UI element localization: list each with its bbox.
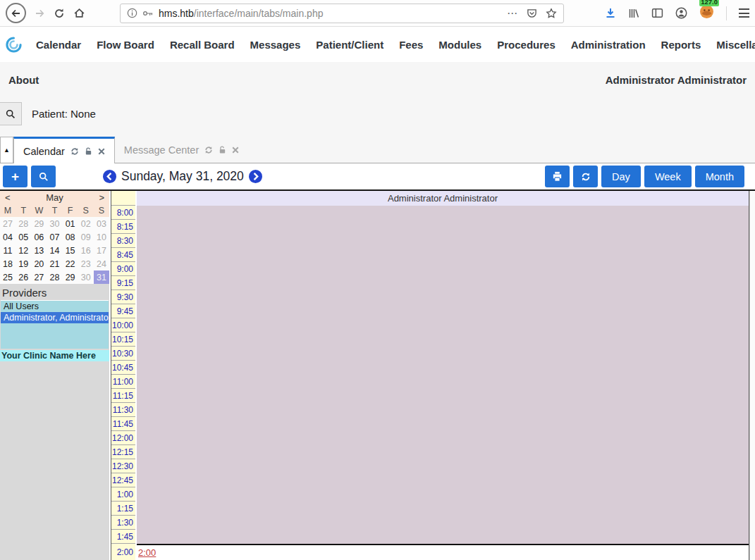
home-button[interactable] [69,4,89,23]
forward-button[interactable] [30,4,49,23]
nav-item-calendar[interactable]: Calendar [28,39,89,51]
tab-icon-wrap[interactable] [219,146,226,154]
mini-calendar-day-14[interactable]: 14 [47,244,62,257]
sidebar-toggle-icon[interactable] [651,7,663,19]
time-slot-12-00[interactable]: 12:00 [111,431,135,445]
time-slot-11-45[interactable]: 11:45 [111,417,135,431]
time-slot-8-15[interactable]: 8:15 [111,220,135,234]
next-day-button[interactable] [249,170,262,183]
tab-icon-wrap[interactable] [70,147,79,156]
providers-listbox[interactable]: All UsersAdministrator, Administrator [1,300,109,349]
day-view-button[interactable]: Day [601,166,641,187]
nav-item-procedures[interactable]: Procedures [489,39,563,51]
time-slot-1-45[interactable]: 1:45 [111,530,135,544]
time-slot-1-00[interactable]: 1:00 [111,487,135,502]
mini-calendar-day-19[interactable]: 19 [16,257,31,270]
page-actions-icon[interactable]: ⋯ [507,7,518,20]
mini-calendar-day-09[interactable]: 09 [78,230,94,244]
mini-calendar-day-13[interactable]: 13 [31,244,47,257]
nav-item-reports[interactable]: Reports [653,39,709,51]
nav-item-recall-board[interactable]: Recall Board [162,39,243,51]
time-slot-1-30[interactable]: 1:30 [111,516,135,530]
time-slot-9-30[interactable]: 9:30 [111,290,135,304]
previous-day-button[interactable] [103,170,116,183]
mini-calendar-day-24[interactable]: 24 [94,257,109,270]
provider-option-administrator-administrator[interactable]: Administrator, Administrator [1,312,109,323]
refresh-button[interactable] [573,166,598,187]
time-slot-11-15[interactable]: 11:15 [111,389,135,403]
time-slot-1-15[interactable]: 1:15 [111,502,135,516]
mini-calendar-day-16[interactable]: 16 [78,244,94,257]
mini-calendar-day-27[interactable]: 27 [31,270,47,284]
mini-calendar-day-30[interactable]: 30 [78,270,94,284]
nav-item-administration[interactable]: Administration [563,39,653,51]
reload-button[interactable] [49,4,69,23]
mini-calendar-day-31-selected[interactable]: 31 [94,270,109,284]
patient-search-button[interactable] [0,102,22,125]
mini-calendar-day-03[interactable]: 03 [94,217,109,230]
mini-calendar-day-29[interactable]: 29 [31,217,47,230]
mini-calendar-day-17[interactable]: 17 [94,244,109,257]
time-slot-8-45[interactable]: 8:45 [111,248,135,262]
tab-icon-wrap[interactable] [204,146,213,154]
time-slot-11-00[interactable]: 11:00 [111,375,135,389]
logged-in-user[interactable]: Administrator Administrator [606,74,747,86]
time-slot-10-30[interactable]: 10:30 [111,347,135,361]
mini-calendar-day-05[interactable]: 05 [16,230,31,244]
time-slot-9-45[interactable]: 9:45 [111,304,135,318]
time-slot-8-30[interactable]: 8:30 [111,234,135,248]
time-slot-11-30[interactable]: 11:30 [111,403,135,417]
tab-message-center[interactable]: Message Center [115,137,248,163]
time-slot-12-45[interactable]: 12:45 [111,473,135,487]
mini-calendar-day-28[interactable]: 28 [16,217,31,230]
download-icon[interactable] [605,8,616,19]
url-bar[interactable]: hms.htb/interface/main/tabs/main.php ⋯ [120,4,564,23]
time-slot-2-00[interactable]: 2:00 [111,544,135,560]
mini-calendar-day-06[interactable]: 06 [31,230,47,244]
time-slot-8-00[interactable]: 8:00 [111,206,135,220]
mini-calendar-day-12[interactable]: 12 [16,244,31,257]
schedule-scrollbar[interactable] [749,191,755,560]
time-slot-10-00[interactable]: 10:00 [111,318,135,332]
in-office-block[interactable]: 2:00 [137,544,749,560]
add-event-button[interactable]: + [3,166,27,187]
mini-calendar-day-30[interactable]: 30 [47,217,62,230]
tab-icon-wrap[interactable] [232,147,239,154]
calendar-search-button[interactable] [31,166,56,187]
mini-calendar-day-27[interactable]: 27 [0,217,16,230]
mini-calendar-day-08[interactable]: 08 [63,230,78,244]
pocket-icon[interactable] [527,8,537,18]
provider-option-all-users[interactable]: All Users [1,301,109,312]
nav-item-fees[interactable]: Fees [391,39,431,51]
mini-calendar-day-22[interactable]: 22 [63,257,78,270]
mini-calendar-day-28[interactable]: 28 [47,270,62,284]
bookmark-star-icon[interactable] [546,8,557,19]
account-icon[interactable] [675,7,687,19]
proxy-extension-button[interactable]: 127.0 [699,4,714,22]
menu-icon[interactable] [739,8,749,18]
nav-item-modules[interactable]: Modules [431,39,489,51]
mini-calendar-day-23[interactable]: 23 [78,257,94,270]
tab-icon-wrap[interactable] [85,147,92,156]
about-link[interactable]: About [8,74,39,86]
time-slot-9-00[interactable]: 9:00 [111,262,135,276]
print-button[interactable] [545,166,570,187]
mini-calendar-day-18[interactable]: 18 [0,257,16,270]
mini-calendar-day-15[interactable]: 15 [63,244,78,257]
library-icon[interactable] [628,8,639,19]
mini-calendar-next-button[interactable]: > [99,192,104,203]
appointment-slot-link[interactable]: 2:00 [138,547,156,558]
time-slot-12-30[interactable]: 12:30 [111,459,135,473]
mini-calendar-day-29[interactable]: 29 [63,270,78,284]
week-view-button[interactable]: Week [644,166,692,187]
mini-calendar-day-10[interactable]: 10 [94,230,109,244]
out-of-office-block[interactable] [137,206,749,544]
tab-icon-wrap[interactable] [98,148,105,155]
nav-item-flow-board[interactable]: Flow Board [89,39,162,51]
nav-item-miscellaneous[interactable]: Miscellaneous [708,39,755,51]
mini-calendar-day-07[interactable]: 07 [47,230,62,244]
mini-calendar-day-20[interactable]: 20 [31,257,47,270]
mini-calendar-day-21[interactable]: 21 [47,257,62,270]
mini-calendar-day-26[interactable]: 26 [16,270,31,284]
nav-item-patient-client[interactable]: Patient/Client [308,39,391,51]
